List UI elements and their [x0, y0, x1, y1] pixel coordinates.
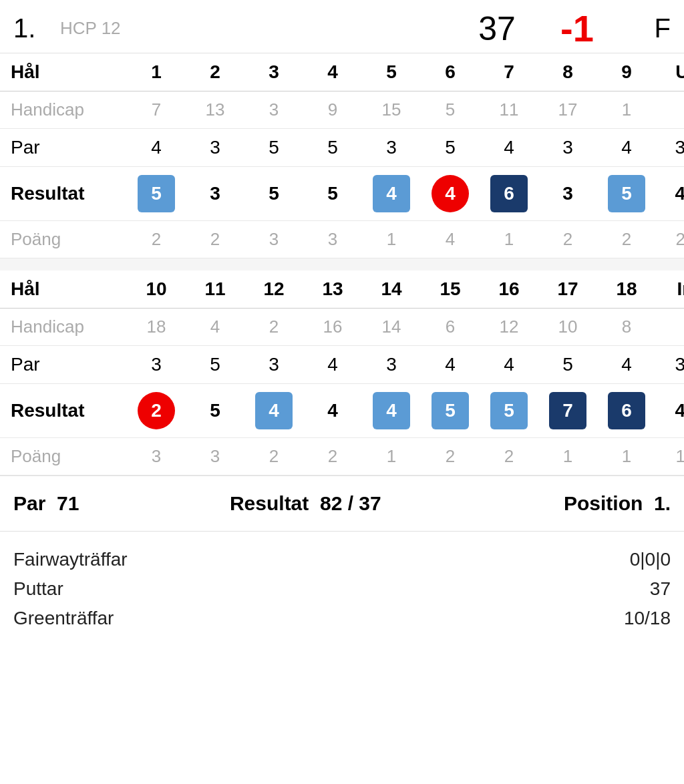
back9-hcp-15: 6: [421, 309, 480, 346]
back9-res-10: 2: [127, 384, 186, 438]
back9-poang-row: Poäng 3 3 2 2 1 2 2 1 1 17: [0, 438, 684, 475]
back9-hcp-16: 12: [480, 309, 538, 346]
front9-hcp-9: 1: [597, 91, 656, 129]
back9-handicap-row: Handicap 18 4 2 16 14 6 12 10 8: [0, 309, 684, 346]
back9-hole-11: 11: [186, 270, 244, 309]
back9-res-badge-14: 4: [373, 392, 410, 429]
front9-par-4: 5: [303, 129, 362, 167]
back9-par-11: 5: [186, 346, 244, 384]
back9-res-16: 5: [480, 384, 538, 438]
back9-par-total: 35: [656, 346, 684, 384]
front9-hcp-3: 3: [244, 91, 303, 129]
back9-hcp-total: [656, 309, 684, 346]
back9-poang-17: 1: [538, 438, 597, 475]
front9-hole-7: 7: [480, 53, 538, 91]
front9-res-badge-6: 4: [432, 175, 469, 212]
summary-position: Position 1.: [452, 492, 671, 515]
back9-res-total: 42: [656, 384, 684, 438]
front9-hcp-1: 7: [127, 91, 186, 129]
summary-resultat: Resultat 82 / 37: [160, 492, 452, 515]
front9-resultat-label: Resultat: [0, 167, 127, 221]
front9-handicap-row: Handicap 7 13 3 9 15 5 11 17 1: [0, 91, 684, 129]
back9-res-18: 6: [597, 384, 656, 438]
back9-res-badge-10: 2: [138, 392, 175, 429]
back9-res-badge-17: 7: [549, 392, 586, 429]
back9-par-10: 3: [127, 346, 186, 384]
back9-hcp-18: 8: [597, 309, 656, 346]
front9-res-5: 4: [362, 167, 421, 221]
front9-hole-4: 4: [303, 53, 362, 91]
back9-res-badge-16: 5: [490, 392, 528, 429]
section-divider: [0, 258, 684, 270]
front9-poang-2: 2: [186, 221, 244, 258]
back9-hcp-11: 4: [186, 309, 244, 346]
back9-hole-16: 16: [480, 270, 538, 309]
front9-res-3: 5: [244, 167, 303, 221]
summary-resultat-value: 82 / 37: [320, 492, 381, 514]
front9-hole-6: 6: [421, 53, 480, 91]
front9-res-1: 5: [127, 167, 186, 221]
stat-puttar-value: 37: [650, 578, 671, 600]
front9-res-badge-7: 6: [490, 175, 528, 212]
back9-res-13: 4: [303, 384, 362, 438]
front9-res-4: 5: [303, 167, 362, 221]
back9-hal-row: Hål 10 11 12 13 14 15 16 17 18 In: [0, 270, 684, 309]
back9-hcp-12: 2: [244, 309, 303, 346]
back9-poang-18: 1: [597, 438, 656, 475]
front9-par-2: 3: [186, 129, 244, 167]
front9-hole-9: 9: [597, 53, 656, 91]
stat-fairway-label: Fairwayträffar: [13, 549, 128, 570]
front9-par-5: 3: [362, 129, 421, 167]
back9-res-15: 5: [421, 384, 480, 438]
front9-poang-6: 4: [421, 221, 480, 258]
front9-poang-4: 3: [303, 221, 362, 258]
back9-poang-10: 3: [127, 438, 186, 475]
front9-par-1: 4: [127, 129, 186, 167]
front9-res-badge-9: 5: [608, 175, 645, 212]
front9-poang-7: 1: [480, 221, 538, 258]
back9-par-12: 3: [244, 346, 303, 384]
back9-poang-15: 2: [421, 438, 480, 475]
front9-hcp-2: 13: [186, 91, 244, 129]
summary-par-label: Par: [13, 492, 45, 514]
front9-res-7: 6: [480, 167, 538, 221]
front9-handicap-label: Handicap: [0, 91, 127, 129]
front9-hole-8: 8: [538, 53, 597, 91]
back9-res-17: 7: [538, 384, 597, 438]
front9-par-9: 4: [597, 129, 656, 167]
stats-section: Fairwayträffar 0|0|0 Puttar 37 Greenträf…: [0, 532, 684, 640]
front9-poang-label: Poäng: [0, 221, 127, 258]
front9-poang-9: 2: [597, 221, 656, 258]
front9-res-total: 40: [656, 167, 684, 221]
header-fin: F: [617, 13, 671, 43]
back9-poang-13: 2: [303, 438, 362, 475]
front9-hcp-8: 17: [538, 91, 597, 129]
back9-par-17: 5: [538, 346, 597, 384]
back9-poang-label: Poäng: [0, 438, 127, 475]
stat-puttar: Puttar 37: [13, 574, 671, 604]
header: 1. HCP 12 37 -1 F: [0, 0, 684, 53]
front9-res-2: 3: [186, 167, 244, 221]
back9-hcp-13: 16: [303, 309, 362, 346]
back9-hole-15: 15: [421, 270, 480, 309]
summary-par-value: 71: [57, 492, 79, 514]
back9-table: Hål 10 11 12 13 14 15 16 17 18 In Handic…: [0, 270, 684, 475]
back9-par-15: 4: [421, 346, 480, 384]
back9-res-12: 4: [244, 384, 303, 438]
summary-position-label: Position: [564, 492, 643, 514]
stat-green-value: 10/18: [624, 608, 671, 629]
stat-green-label: Greenträffar: [13, 608, 114, 629]
back9-hal-label: Hål: [0, 270, 127, 309]
stat-green: Greenträffar 10/18: [13, 604, 671, 633]
stat-fairway: Fairwayträffar 0|0|0: [13, 545, 671, 574]
back9-hole-12: 12: [244, 270, 303, 309]
front9-poang-3: 3: [244, 221, 303, 258]
back9-res-14: 4: [362, 384, 421, 438]
back9-par-18: 4: [597, 346, 656, 384]
back9-in-label: In: [656, 270, 684, 309]
front9-hcp-6: 5: [421, 91, 480, 129]
back9-poang-11: 3: [186, 438, 244, 475]
front9-hcp-4: 9: [303, 91, 362, 129]
front9-par-total: 36: [656, 129, 684, 167]
front9-par-3: 5: [244, 129, 303, 167]
